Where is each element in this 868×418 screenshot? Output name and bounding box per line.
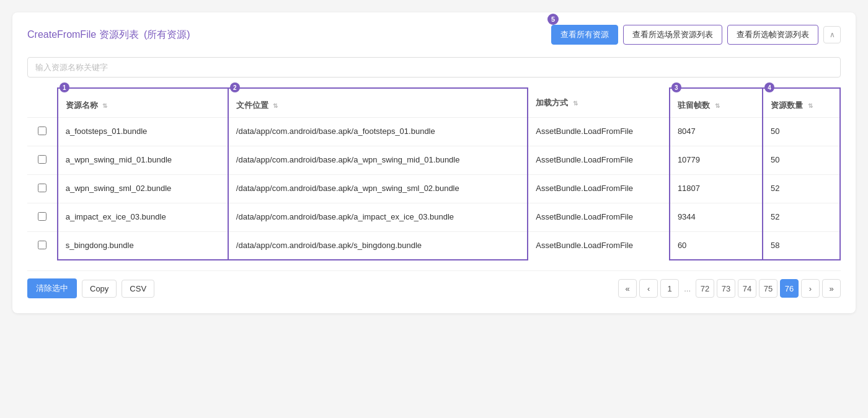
sort-icon-file[interactable]: ⇅: [273, 102, 278, 109]
row-count: 50: [763, 146, 840, 175]
th-load: 加载方式 ⇅: [528, 88, 670, 118]
row-checkbox[interactable]: [38, 241, 46, 249]
search-bar: [27, 57, 841, 78]
row-name: a_wpn_swing_mid_01.bundle: [58, 146, 228, 175]
row-checkbox[interactable]: [38, 184, 46, 192]
sort-icon-count[interactable]: ⇅: [808, 102, 813, 109]
row-file: /data/app/com.android/base.apk/a_wpn_swi…: [228, 146, 528, 175]
row-load: AssetBundle.LoadFromFile: [528, 203, 670, 232]
row-checkbox-cell: [27, 146, 58, 175]
btn-view-frame[interactable]: 查看所选帧资源列表: [727, 25, 818, 45]
pagination-page-76[interactable]: 76: [780, 279, 799, 298]
row-frames: 60: [670, 232, 763, 260]
row-count: 50: [763, 118, 840, 146]
header-buttons: 5 查看所有资源 查看所选场景资源列表 查看所选帧资源列表 ∧: [551, 25, 841, 45]
btn-view-all[interactable]: 查看所有资源: [551, 25, 618, 45]
pagination-first[interactable]: «: [618, 279, 637, 298]
row-count: 52: [763, 175, 840, 203]
badge-5: 5: [547, 14, 559, 25]
th-name-label: 资源名称: [66, 100, 98, 110]
badge-col-2: 2: [230, 82, 240, 92]
row-checkbox-cell: [27, 175, 58, 203]
collapse-icon: ∧: [830, 30, 835, 39]
row-checkbox-cell: [27, 203, 58, 232]
th-count-label: 资源数量: [771, 100, 803, 110]
main-container: CreateFromFile 资源列表 (所有资源) 5 查看所有资源 查看所选…: [12, 12, 856, 313]
th-file: 2 文件位置 ⇅: [228, 88, 528, 118]
row-name: a_impact_ex_ice_03.bundle: [58, 203, 228, 232]
th-count: 4 资源数量 ⇅: [763, 88, 840, 118]
row-name: s_bingdong.bundle: [58, 232, 228, 260]
pagination-last[interactable]: »: [822, 279, 841, 298]
row-frames: 8047: [670, 118, 763, 146]
sort-icon-name[interactable]: ⇅: [102, 102, 107, 109]
badge-col-3: 3: [671, 82, 681, 92]
title-tag: (所有资源): [144, 29, 190, 40]
btn-csv[interactable]: CSV: [122, 280, 154, 298]
row-name: a_footsteps_01.bundle: [58, 118, 228, 146]
row-frames: 9344: [670, 203, 763, 232]
btn-copy[interactable]: Copy: [82, 280, 117, 298]
th-file-label: 文件位置: [236, 100, 268, 110]
th-checkbox: [27, 88, 58, 118]
pagination-page-75[interactable]: 75: [759, 279, 777, 298]
row-frames: 10779: [670, 146, 763, 175]
badge-col-1: 1: [60, 82, 69, 92]
row-name: a_wpn_swing_sml_02.bundle: [58, 175, 228, 203]
table-row: a_wpn_swing_sml_02.bundle/data/app/com.a…: [27, 175, 840, 203]
row-count: 58: [763, 232, 840, 260]
pagination-page-72[interactable]: 72: [696, 279, 714, 298]
pagination: «‹1...7273747576›»: [618, 279, 841, 298]
th-load-label: 加载方式: [536, 98, 568, 107]
table-container: 1 资源名称 ⇅ 2 文件位置 ⇅ 加载方式 ⇅ 3: [27, 87, 841, 260]
row-count: 52: [763, 203, 840, 232]
table-row: a_impact_ex_ice_03.bundle/data/app/com.a…: [27, 203, 840, 232]
row-frames: 11807: [670, 175, 763, 203]
th-frames: 3 驻留帧数 ⇅: [670, 88, 763, 118]
row-load: AssetBundle.LoadFromFile: [528, 118, 670, 146]
btn-clear[interactable]: 清除选中: [27, 278, 77, 298]
sort-icon-load[interactable]: ⇅: [573, 100, 578, 107]
th-frames-label: 驻留帧数: [678, 100, 710, 110]
row-checkbox-cell: [27, 118, 58, 146]
row-file: /data/app/com.android/base.apk/a_footste…: [228, 118, 528, 146]
resource-table: 1 资源名称 ⇅ 2 文件位置 ⇅ 加载方式 ⇅ 3: [27, 87, 841, 260]
collapse-button[interactable]: ∧: [823, 26, 841, 43]
table-row: a_footsteps_01.bundle/data/app/com.andro…: [27, 118, 840, 146]
pagination-ellipsis: ...: [681, 284, 693, 293]
row-load: AssetBundle.LoadFromFile: [528, 146, 670, 175]
row-checkbox[interactable]: [38, 127, 46, 135]
sort-icon-frames[interactable]: ⇅: [715, 102, 720, 109]
pagination-page-74[interactable]: 74: [738, 279, 756, 298]
footer-left: 清除选中 Copy CSV: [27, 278, 154, 298]
pagination-prev[interactable]: ‹: [639, 279, 658, 298]
title-text: CreateFromFile 资源列表: [27, 29, 139, 40]
row-load: AssetBundle.LoadFromFile: [528, 175, 670, 203]
table-header-row: 1 资源名称 ⇅ 2 文件位置 ⇅ 加载方式 ⇅ 3: [27, 88, 840, 118]
row-file: /data/app/com.android/base.apk/a_wpn_swi…: [228, 175, 528, 203]
row-file: /data/app/com.android/base.apk/a_impact_…: [228, 203, 528, 232]
row-file: /data/app/com.android/base.apk/s_bingdon…: [228, 232, 528, 260]
pagination-next[interactable]: ›: [801, 279, 820, 298]
table-row: a_wpn_swing_mid_01.bundle/data/app/com.a…: [27, 146, 840, 175]
footer: 清除选中 Copy CSV «‹1...7273747576›»: [27, 270, 841, 298]
btn-view-scene[interactable]: 查看所选场景资源列表: [623, 25, 722, 45]
header: CreateFromFile 资源列表 (所有资源) 5 查看所有资源 查看所选…: [27, 25, 841, 45]
search-input[interactable]: [27, 57, 841, 78]
row-checkbox[interactable]: [38, 155, 46, 164]
table-row: s_bingdong.bundle/data/app/com.android/b…: [27, 232, 840, 260]
th-name: 1 资源名称 ⇅: [58, 88, 228, 118]
pagination-page-1[interactable]: 1: [660, 279, 679, 298]
row-load: AssetBundle.LoadFromFile: [528, 232, 670, 260]
header-title: CreateFromFile 资源列表 (所有资源): [27, 29, 190, 42]
pagination-page-73[interactable]: 73: [717, 279, 735, 298]
row-checkbox-cell: [27, 232, 58, 260]
row-checkbox[interactable]: [38, 212, 46, 221]
badge-col-4: 4: [764, 82, 774, 92]
